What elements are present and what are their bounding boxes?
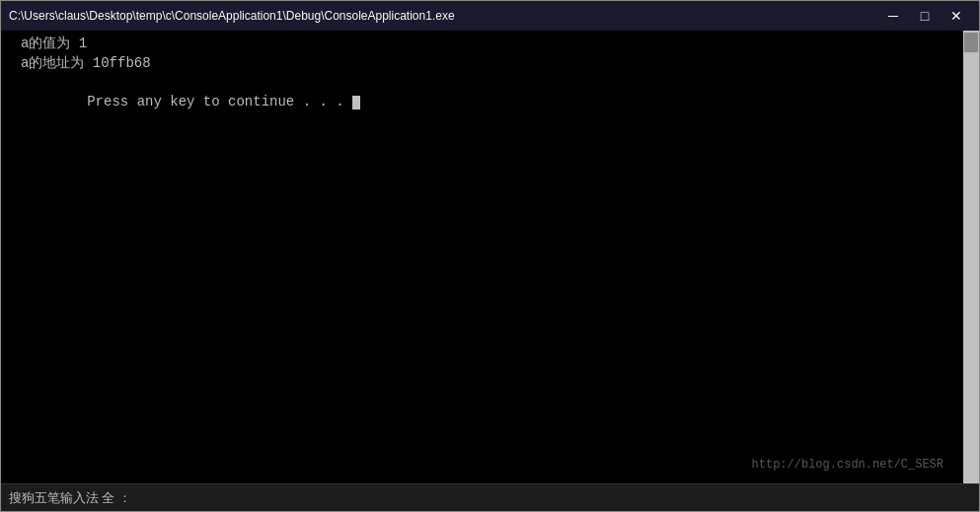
console-line-1: a的值为 1 — [21, 35, 959, 54]
title-bar: C:\Users\claus\Desktop\temp\c\ConsoleApp… — [1, 1, 979, 31]
minimize-button[interactable]: ─ — [878, 6, 908, 26]
scrollbar[interactable] — [963, 31, 979, 483]
close-button[interactable]: ✕ — [942, 6, 971, 26]
bottom-bar: 搜狗五笔输入法 全 ： — [1, 483, 979, 511]
scrollbar-thumb[interactable] — [964, 33, 978, 52]
console-line-3: Press any key to continue . . . — [21, 73, 959, 131]
title-text: C:\Users\claus\Desktop\temp\c\ConsoleApp… — [9, 9, 878, 23]
maximize-button[interactable]: □ — [910, 6, 940, 26]
console-output: a的值为 1 a的地址为 10ffb68 Press any key to co… — [17, 31, 963, 483]
console-window: C:\Users\claus\Desktop\temp\c\ConsoleApp… — [0, 0, 980, 512]
line-numbers — [1, 31, 17, 483]
input-method-label: 搜狗五笔输入法 全 ： — [9, 489, 131, 507]
watermark: http://blog.csdn.net/C_SESR — [752, 457, 943, 474]
console-area[interactable]: a的值为 1 a的地址为 10ffb68 Press any key to co… — [1, 31, 979, 483]
cursor — [352, 96, 360, 110]
window-controls: ─ □ ✕ — [878, 6, 971, 26]
press-any-key-text: Press any key to continue . . . — [87, 94, 352, 110]
console-line-2: a的地址为 10ffb68 — [21, 54, 959, 74]
